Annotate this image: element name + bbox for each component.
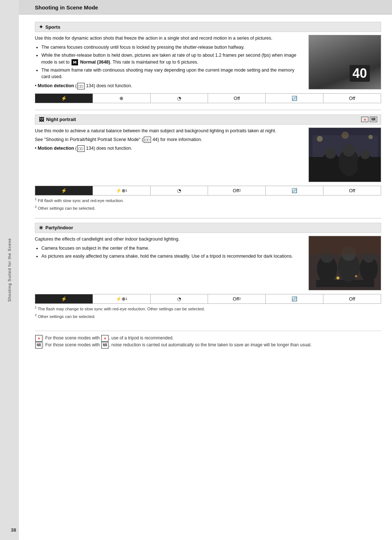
night-portrait-badges: 🔺 NR [360,117,377,122]
party-section: ✳ Party/indoor Captures the effects of c… [35,223,381,320]
party-icon: ✳ [39,225,43,231]
nr-note-icon-2: NR [101,342,109,348]
sports-bullet-1: The camera focuses continuously until fo… [41,44,303,51]
svg-point-20 [336,277,339,279]
book-icon-2: □□ [144,137,151,143]
party-bullets: Camera focuses on subject in the center … [41,245,303,260]
sports-flash-mode: ⊕ [93,94,151,103]
party-flash-mode: ⚡⊕1 [93,294,151,303]
night-is-value: Off2 [208,186,266,195]
night-flash-mode: ⚡⊕1 [93,186,151,195]
bottom-note-1: 🔺: For those scene modes with 🔺, use of … [35,335,381,342]
sports-kart-photo [309,35,381,89]
sports-vr-value: Off [323,94,381,103]
sports-intro: Use this mode for dynamic action shots t… [35,35,303,42]
page-number: 38 [11,527,16,533]
sports-vr-icon: 🔃 [266,94,323,103]
party-timer: ◔ [151,294,208,303]
sports-body: Use this mode for dynamic action shots t… [35,35,381,90]
tripod-note-icon: 🔺 [35,335,42,342]
sports-section: ✦ Sports Use this mode for dynamic actio… [35,22,381,103]
sports-text: Use this mode for dynamic action shots t… [35,35,303,90]
night-vr-value: Off [323,186,381,195]
svg-point-4 [325,148,336,159]
top-bar: Shooting in Scene Mode [0,0,392,15]
night-portrait-header: 🖼 Night portrait 🔺 NR [35,114,381,125]
sports-motion-bold: Motion detection [38,83,74,88]
book-icon-3: □□ [77,145,85,152]
party-intro: Captures the effects of candlelight and … [35,236,303,243]
night-portrait-section: 🖼 Night portrait 🔺 NR Use this mode to a… [35,114,381,211]
party-footnote-1: 1 The flash may change to slow sync with… [35,305,381,312]
sports-icon: ✦ [39,24,43,30]
nr-badge: NR [370,117,377,122]
sports-motion: • Motion detection (□□ 134) does not fun… [35,82,303,89]
svg-rect-22 [309,236,381,254]
night-portrait-title: Night portrait [46,117,76,122]
night-portrait-text: Use this mode to achieve a natural balan… [35,128,303,182]
divider-2 [35,218,381,218]
normal-mode-label: Normal (3648) [80,60,110,65]
sports-bullet-3: The maximum frame rate with continuous s… [41,67,303,81]
party-body: Captures the effects of candlelight and … [35,236,381,290]
party-svg [309,236,381,290]
sports-header: ✦ Sports [35,22,381,32]
party-is-value: Off2 [208,294,266,303]
night-vr-icon: 🔃 [266,186,323,195]
night-timer: ◔ [151,186,208,195]
party-vr-icon: 🔃 [266,294,323,303]
tripod-note-icon-2: 🔺 [101,335,109,342]
normal-mode-badge: 𝗠 [72,59,78,65]
bottom-note-2: NR: For those scene modes with NR, noise… [35,342,381,348]
sports-title: Sports [45,24,60,30]
night-footnote-2: 2 Other settings can be selected. [35,205,381,211]
party-title: Party/indoor [45,225,73,230]
night-portrait-body: Use this mode to achieve a natural balan… [35,128,381,182]
divider-1 [35,110,381,110]
party-header: ✳ Party/indoor [35,223,381,233]
night-svg [309,128,381,182]
svg-point-11 [342,132,349,139]
sports-bullets: The camera focuses continuously until fo… [41,44,303,80]
night-portrait-photo [309,128,381,182]
main-content: ✦ Sports Use this mode for dynamic actio… [19,15,392,359]
party-footnote-2: 2 Other settings can be selected. [35,313,381,320]
sports-settings-row: ⚡ ⊕ ◔ Off 🔃 Off [35,93,381,103]
night-flash-icon: ⚡ [35,186,93,195]
sidebar: Shooting Suited for the Scene [0,0,19,540]
svg-point-8 [360,150,370,159]
party-photo [309,236,381,290]
party-text: Captures the effects of candlelight and … [35,236,303,290]
party-flash-icon: ⚡ [35,294,93,303]
page: Shooting Suited for the Scene Shooting i… [0,0,392,540]
night-portrait-settings-row: ⚡ ⚡⊕1 ◔ Off2 🔃 Off [35,186,381,196]
sports-timer: ◔ [151,94,208,103]
night-portrait-see-also: See "Shooting in Portrait/Night Portrait… [35,136,303,143]
night-portrait-intro: Use this mode to achieve a natural balan… [35,128,303,134]
party-vr-value: Off [323,294,381,303]
page-title: Shooting in Scene Mode [35,4,98,11]
night-portrait-motion: • Motion detection (□□ 134) does not fun… [35,145,303,152]
sidebar-label: Shooting Suited for the Scene [7,238,12,302]
nr-note-icon: NR [35,342,42,348]
party-settings-row: ⚡ ⚡⊕1 ◔ Off2 🔃 Off [35,294,381,304]
sports-bullet-2: While the shutter-release button is held… [41,52,303,66]
tripod-badge: 🔺 [361,117,368,122]
sports-is-value: Off [208,94,266,103]
night-portrait-icon: 🖼 [39,117,44,122]
svg-point-9 [317,136,323,142]
night-footnote-1: 1 Fill flash with slow sync and red-eye … [35,197,381,204]
svg-point-21 [355,275,357,277]
party-bullet-1: Camera focuses on subject in the center … [41,245,303,252]
bottom-notes: 🔺: For those scene modes with 🔺, use of … [35,331,381,348]
svg-point-6 [343,144,355,157]
night-motion-bold: Motion detection [38,146,74,151]
party-bullet-2: As pictures are easily affected by camer… [41,253,303,260]
sports-flash-icon: ⚡ [35,94,93,103]
svg-point-10 [368,135,373,139]
sports-book-icon: □□ [77,83,85,89]
party-image [309,236,381,290]
night-portrait-image [309,128,381,182]
sports-image [309,35,381,89]
